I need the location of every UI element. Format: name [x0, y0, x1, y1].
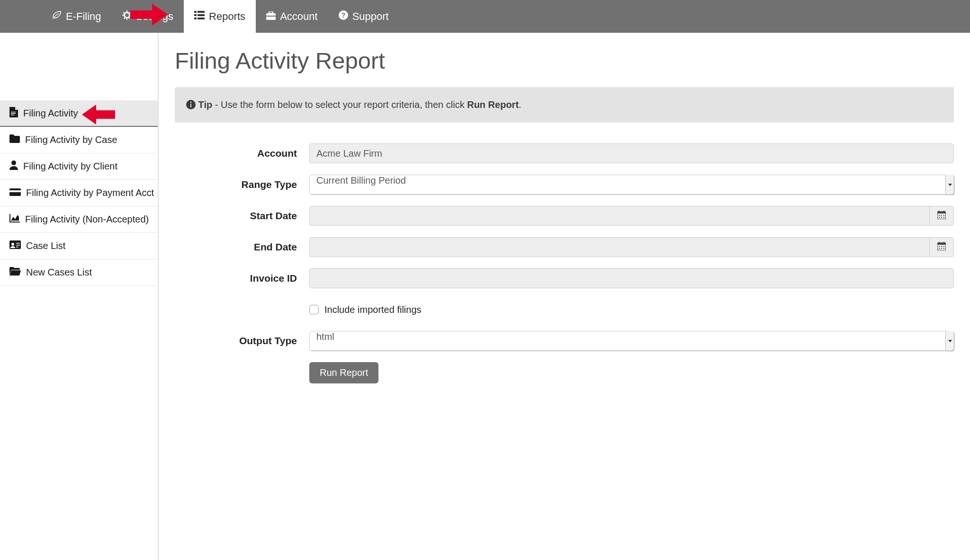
gear-icon	[122, 10, 132, 23]
output-type-label: Output Type	[175, 331, 309, 351]
sidebar-item-label: Filing Activity by Client	[23, 161, 117, 172]
topnav-settings[interactable]: Settings	[112, 0, 184, 33]
start-date-input[interactable]	[309, 206, 929, 226]
sidebar-filing-non-accepted[interactable]: Filing Activity (Non-Accepted)	[0, 206, 158, 233]
file-icon	[9, 107, 18, 120]
invoice-id-label: Invoice ID	[175, 268, 309, 288]
range-type-select[interactable]: Current Billing Period	[309, 175, 954, 195]
svg-rect-27	[939, 211, 940, 213]
svg-point-14	[11, 160, 16, 165]
tip-action: Run Report	[467, 99, 519, 110]
sidebar-item-label: Filing Activity by Case	[25, 134, 117, 145]
svg-rect-7	[269, 11, 273, 13]
sidebar-filing-by-case[interactable]: Filing Activity by Case	[0, 127, 158, 153]
topnav-label: Support	[352, 10, 389, 23]
topnav: E-Filing Settings Reports Account ? Supp…	[0, 0, 970, 33]
svg-rect-2	[194, 14, 197, 16]
svg-text:?: ?	[341, 11, 345, 19]
sidebar-item-label: Case List	[26, 240, 65, 251]
topnav-account[interactable]: Account	[256, 0, 328, 33]
svg-rect-21	[16, 247, 18, 248]
sidebar-new-cases-list[interactable]: New Cases List	[0, 259, 158, 286]
tip-box: Tip - Use the form below to select your …	[175, 87, 954, 123]
sidebar-item-label: Filing Activity (Non-Accepted)	[25, 214, 149, 225]
folder-open-icon	[9, 267, 21, 278]
topnav-label: Reports	[209, 10, 245, 23]
svg-rect-33	[941, 217, 942, 218]
output-type-select[interactable]: html	[309, 331, 954, 351]
svg-point-18	[11, 243, 14, 246]
calendar-icon	[937, 242, 946, 253]
sidebar-filing-by-payment[interactable]: Filing Activity by Payment Acct	[0, 180, 158, 206]
calendar-icon	[937, 211, 946, 222]
end-date-label: End Date	[175, 237, 309, 257]
include-imported-checkbox[interactable]	[309, 305, 319, 314]
topnav-support[interactable]: ? Support	[328, 0, 399, 33]
svg-rect-30	[941, 215, 942, 216]
sidebar-filing-activity[interactable]: Filing Activity	[0, 100, 158, 127]
run-report-button[interactable]: Run Report	[309, 362, 378, 383]
svg-rect-3	[198, 14, 205, 16]
briefcase-icon	[266, 10, 276, 23]
svg-rect-8	[266, 16, 276, 17]
end-date-picker-button[interactable]	[929, 237, 954, 257]
end-date-input[interactable]	[309, 237, 929, 257]
sidebar-case-list[interactable]: Case List	[0, 233, 158, 259]
leaf-icon	[52, 10, 62, 23]
svg-rect-41	[943, 246, 944, 247]
svg-rect-42	[939, 248, 940, 249]
svg-rect-32	[939, 217, 940, 218]
svg-rect-5	[198, 18, 205, 19]
tip-prefix: Tip	[198, 99, 213, 110]
svg-rect-43	[941, 248, 942, 249]
range-type-label: Range Type	[175, 175, 309, 195]
svg-rect-36	[937, 243, 946, 245]
svg-rect-19	[16, 243, 20, 244]
area-chart-icon	[9, 214, 20, 225]
topnav-label: E-Filing	[66, 10, 101, 23]
invoice-id-input[interactable]	[309, 268, 954, 288]
main-content: Filing Activity Report Tip - Use the for…	[159, 33, 970, 560]
svg-rect-23	[190, 104, 191, 107]
svg-rect-11	[11, 112, 16, 113]
account-input	[309, 143, 954, 163]
svg-rect-4	[194, 18, 197, 19]
svg-point-24	[190, 102, 192, 103]
svg-rect-39	[939, 246, 940, 247]
sidebar-item-label: Filing Activity	[23, 108, 78, 119]
card-icon	[9, 187, 21, 198]
svg-rect-16	[9, 190, 21, 192]
sidebar-item-label: Filing Activity by Payment Acct	[26, 187, 154, 198]
question-icon: ?	[339, 10, 348, 23]
page-title: Filing Activity Report	[175, 47, 954, 74]
sidebar-filing-by-client[interactable]: Filing Activity by Client	[0, 153, 158, 180]
account-label: Account	[175, 143, 309, 163]
svg-rect-40	[941, 246, 942, 247]
svg-rect-34	[943, 217, 944, 218]
id-icon	[9, 240, 21, 251]
topnav-label: Settings	[136, 10, 174, 23]
tip-text: - Use the form below to select your repo…	[212, 99, 467, 110]
tip-suffix: .	[519, 99, 521, 110]
svg-rect-37	[939, 242, 940, 244]
topnav-efiling[interactable]: E-Filing	[42, 0, 112, 33]
topnav-label: Account	[280, 10, 318, 23]
sidebar: Filing Activity Filing Activity by Case …	[0, 33, 159, 560]
svg-rect-0	[194, 11, 197, 13]
sidebar-item-label: New Cases List	[26, 267, 92, 278]
svg-rect-29	[939, 215, 940, 216]
svg-rect-38	[943, 242, 944, 244]
folder-icon	[9, 134, 20, 145]
svg-rect-26	[937, 212, 946, 213]
svg-rect-12	[11, 113, 16, 114]
svg-rect-31	[943, 215, 944, 216]
user-icon	[9, 160, 18, 172]
topnav-reports[interactable]: Reports	[184, 0, 256, 33]
svg-rect-1	[198, 11, 205, 13]
info-icon	[186, 99, 198, 110]
start-date-picker-button[interactable]	[929, 206, 954, 226]
start-date-label: Start Date	[175, 206, 309, 226]
svg-rect-13	[11, 115, 14, 116]
include-imported-label: Include imported filings	[324, 304, 422, 315]
list-icon	[194, 10, 205, 23]
